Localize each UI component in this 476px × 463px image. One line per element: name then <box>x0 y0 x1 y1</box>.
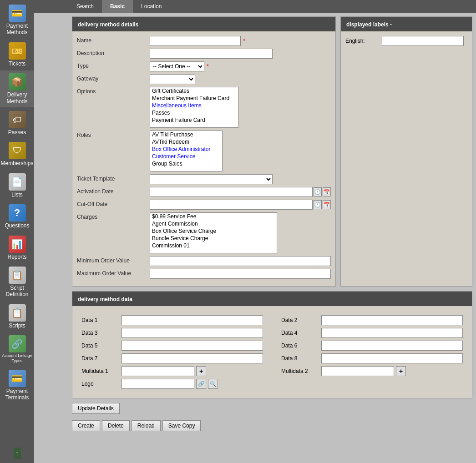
delivery-method-data-header: delivery method data <box>72 292 472 306</box>
max-order-input[interactable] <box>150 269 331 279</box>
list-item[interactable]: Box Office Administrator <box>150 146 222 153</box>
save-copy-button[interactable]: Save Copy <box>162 420 201 431</box>
sidebar-item-reports[interactable]: 📊 Reports <box>0 233 34 263</box>
options-listbox[interactable]: Gift Certificates Merchant Payment Failu… <box>150 87 238 128</box>
list-item[interactable]: Group Sales <box>150 160 222 167</box>
data5-input[interactable] <box>122 341 263 351</box>
sidebar-item-account-linkage[interactable]: 🔗 Account Linkage Types <box>0 332 34 366</box>
data6-input[interactable] <box>321 341 463 351</box>
tab-basic[interactable]: Basic <box>102 0 133 13</box>
sidebar-item-label: Memberships <box>0 160 33 166</box>
ticket-template-select[interactable] <box>150 174 273 184</box>
min-order-input[interactable] <box>150 256 331 266</box>
name-required: * <box>243 38 245 44</box>
activation-date-calendar-icon[interactable]: 📅 <box>323 187 331 196</box>
data4-input[interactable] <box>321 328 463 338</box>
bottom-buttons: Create Delete Reload Save Copy <box>72 417 472 435</box>
list-item[interactable]: AV Tiki Purchase <box>150 131 222 138</box>
sidebar-item-tickets[interactable]: 🎫 Tickets <box>0 40 34 70</box>
multidata2-input[interactable] <box>321 366 394 376</box>
sidebar-item-questions[interactable]: ? Questions <box>0 201 34 232</box>
logo-link-icon[interactable]: 🔗 <box>196 379 206 389</box>
gateway-label: Gateway <box>77 74 150 82</box>
reload-button[interactable]: Reload <box>132 420 161 431</box>
data1-row: Data 1 <box>81 315 263 325</box>
cutoff-date-row: Cut-Off Date 🕐 📅 <box>77 200 331 210</box>
data8-label: Data 8 <box>281 355 318 362</box>
data3-row: Data 3 <box>81 328 263 338</box>
multidata2-add-button[interactable]: + <box>396 366 406 376</box>
update-details-button[interactable]: Update Details <box>72 403 120 414</box>
cutoff-date-calendar-icon[interactable]: 📅 <box>323 200 331 209</box>
type-select[interactable]: -- Select One -- <box>150 61 204 71</box>
logo-search-icon[interactable]: 🔍 <box>208 379 218 389</box>
questions-icon: ? <box>9 204 26 221</box>
list-item[interactable]: Payment Failure Card <box>150 116 238 124</box>
data3-input[interactable] <box>122 328 263 338</box>
sidebar-item-label: Reports <box>7 254 26 260</box>
gateway-select[interactable] <box>150 74 195 84</box>
list-item[interactable]: AVTiki Redeem <box>150 138 222 146</box>
list-item[interactable]: Miscellaneous Items <box>150 102 238 109</box>
sidebar-item-scripts[interactable]: 📋 Scripts <box>0 302 34 332</box>
create-button[interactable]: Create <box>72 420 100 431</box>
description-input[interactable] <box>150 49 273 59</box>
sidebar-item-label: Script Definition <box>2 285 32 298</box>
reports-icon: 📊 <box>9 236 26 253</box>
min-order-row: Minimum Order Value <box>77 256 331 266</box>
tab-location[interactable]: Location <box>133 0 170 13</box>
list-item[interactable]: Bundle Service Charge <box>150 235 277 242</box>
activation-date-label: Activation Date <box>77 187 150 195</box>
cutoff-date-clock-icon[interactable]: 🕐 <box>314 200 322 209</box>
list-item[interactable]: Gift Certificates <box>150 87 238 95</box>
sidebar-item-label: Questions <box>5 222 29 229</box>
sidebar-item-passes[interactable]: 🏷 Passes <box>0 108 34 138</box>
data2-input[interactable] <box>321 315 463 325</box>
data1-label: Data 1 <box>81 317 118 323</box>
activation-date-input[interactable] <box>150 187 313 197</box>
logo-input[interactable] <box>122 379 194 389</box>
multidata1-input[interactable] <box>122 366 194 376</box>
list-item[interactable]: Box Office Service Charge <box>150 227 277 235</box>
list-item[interactable]: $0.99 Service Fee <box>150 213 277 220</box>
list-item[interactable]: Passes <box>150 109 238 116</box>
data8-input[interactable] <box>321 353 463 363</box>
multidata1-add-button[interactable]: + <box>196 366 206 376</box>
name-input[interactable] <box>150 36 241 46</box>
description-label: Description <box>77 49 150 56</box>
charges-listbox[interactable]: $0.99 Service Fee Agent Commission Box O… <box>150 212 277 253</box>
displayed-labels-body: English: <box>341 31 472 53</box>
list-item[interactable]: Customer Service <box>150 153 222 160</box>
cutoff-date-input[interactable] <box>150 200 313 210</box>
data4-label: Data 4 <box>281 330 318 336</box>
sidebar-item-script-definition[interactable]: 📋 Script Definition <box>0 264 34 301</box>
tab-search[interactable]: Search <box>68 0 102 13</box>
cutoff-date-group: 🕐 📅 <box>150 200 331 210</box>
data1-input[interactable] <box>122 315 263 325</box>
english-input[interactable] <box>382 36 464 46</box>
bottom-action-icon[interactable]: ↑ <box>14 448 21 459</box>
delete-button[interactable]: Delete <box>102 420 130 431</box>
data7-input[interactable] <box>122 353 263 363</box>
delivery-method-details-header: delivery method details <box>72 17 335 31</box>
multidata2-label: Multidata 2 <box>281 368 318 374</box>
sidebar-item-payment-methods[interactable]: 💳 Payment Methods <box>0 2 34 39</box>
data-fields-grid: Data 1 Data 2 Data 3 Data <box>77 311 467 393</box>
ticket-template-label: Ticket Template <box>77 174 150 182</box>
list-item[interactable]: Merchant Payment Failure Card <box>150 95 238 102</box>
list-item[interactable]: Agent Commission <box>150 220 277 227</box>
data5-row: Data 5 <box>81 341 263 351</box>
main-content: delivery method details Name * Descripti… <box>68 13 476 438</box>
tickets-icon: 🎫 <box>9 42 26 60</box>
multidata1-label: Multidata 1 <box>81 368 118 374</box>
sidebar-item-delivery-methods[interactable]: 📦 Delivery Methods <box>0 70 34 107</box>
list-item[interactable]: Commission 01 <box>150 242 277 249</box>
roles-listbox[interactable]: AV Tiki Purchase AVTiki Redeem Box Offic… <box>150 131 223 171</box>
sidebar-item-memberships[interactable]: 🛡 Memberships <box>0 139 34 169</box>
activation-date-clock-icon[interactable]: 🕐 <box>314 187 322 196</box>
sidebar-item-payment-terminals[interactable]: 💳 Payment Terminals <box>0 367 34 404</box>
charges-row: Charges $0.99 Service Fee Agent Commissi… <box>77 212 331 253</box>
sidebar-item-lists[interactable]: 📄 Lists <box>0 171 34 201</box>
delivery-methods-icon: 📦 <box>9 73 26 91</box>
english-label: English: <box>345 38 382 44</box>
